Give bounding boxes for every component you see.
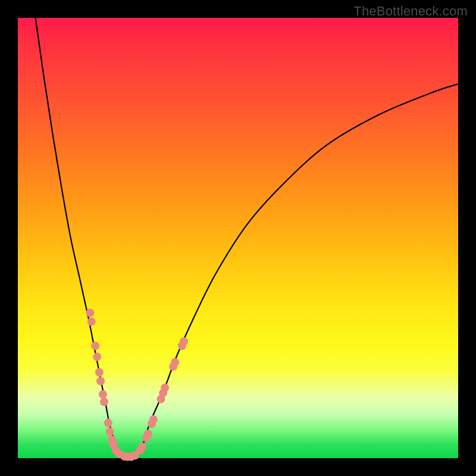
bottleneck-curve-svg (18, 18, 458, 458)
marker-dot (95, 368, 104, 377)
marker-dot (138, 443, 146, 451)
marker-dot (93, 353, 101, 361)
plot-area (18, 18, 458, 458)
marker-dot (99, 390, 107, 399)
marker-dot (96, 377, 105, 386)
marker-dot (144, 430, 152, 438)
watermark-text: TheBottleneck.com (353, 4, 468, 19)
marker-dot (106, 428, 114, 436)
marker-dot (86, 309, 94, 317)
marker-dot (104, 419, 112, 427)
marker-dot (161, 384, 169, 392)
marker-dot (87, 318, 96, 326)
marker-dot (149, 415, 158, 424)
marker-dot (171, 358, 179, 367)
marker-group (86, 309, 188, 461)
chart-frame: TheBottleneck.com (0, 0, 476, 476)
marker-dot (180, 337, 188, 346)
marker-dot (100, 397, 108, 406)
bottleneck-curve (36, 18, 458, 459)
marker-dot (91, 342, 99, 350)
